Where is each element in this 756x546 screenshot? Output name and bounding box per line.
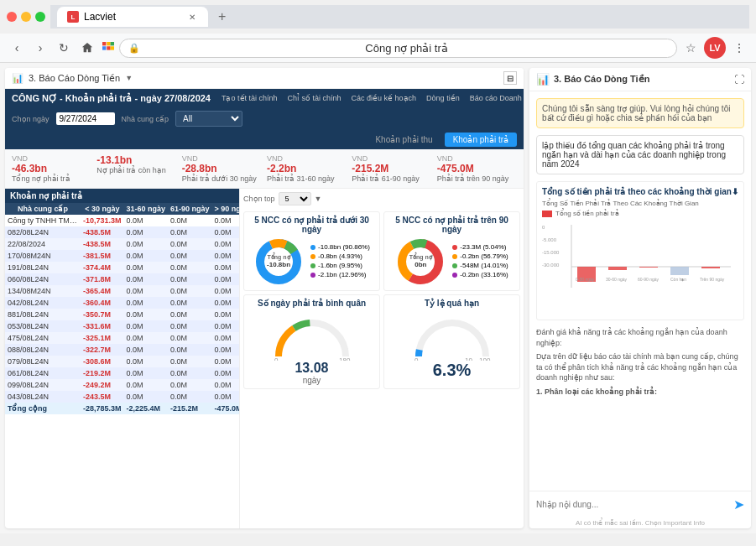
tab-close-button[interactable]: ✕ xyxy=(186,11,198,23)
cell-60: 0.0M xyxy=(124,309,169,320)
chart-avg-days: Số ngày phải trả bình quân 0 180 13.08 n… xyxy=(243,294,380,389)
cell-name: 088/08L24N xyxy=(5,344,81,356)
nav-item-1[interactable]: Tạo tết tài chính xyxy=(217,92,282,104)
avg-days-title: Số ngày phải trả bình quân xyxy=(248,299,376,308)
cell-90: 0.0M xyxy=(168,332,212,344)
bookmark-button[interactable]: ☆ xyxy=(680,38,701,58)
address-text: Công nợ phải trả xyxy=(145,42,668,55)
kpi-2-currency: VND xyxy=(182,154,262,163)
tab-title: Lacviet xyxy=(84,11,116,23)
kpi-90-ngay: VND -215.2M Phải trả 61-90 ngày xyxy=(352,154,431,183)
debt-table: Nhà cung cấp < 30 ngày 31-60 ngày 61-90 … xyxy=(5,203,239,414)
cell-90: 0.0M xyxy=(168,226,212,238)
top-select[interactable]: 510 xyxy=(279,192,311,205)
dropdown-arrow: ▼ xyxy=(315,195,322,203)
nav-item-5[interactable]: Báo cáo Doanh thu xyxy=(466,92,524,104)
svg-text:-15.000: -15.000 xyxy=(542,250,560,255)
cell-60: 0.0M xyxy=(124,297,169,309)
sidebar-expand-button[interactable]: ⛶ xyxy=(734,74,744,86)
cell-30: -360.4M xyxy=(81,297,124,309)
sidebar-title-row: 📊 3. Báo Cáo Dòng Tiền xyxy=(536,73,649,86)
tab-bar: L Lacviet ✕ + xyxy=(50,5,749,29)
right-chart-title: Tổng số tiền phải trả theo các khoảng th… xyxy=(542,187,738,196)
cell-name: 475/08L24N xyxy=(5,332,81,344)
apps-icon[interactable] xyxy=(101,40,116,55)
tab-phai-thu[interactable]: Khoản phải thu xyxy=(367,133,441,147)
sidebar-input-row: ➤ xyxy=(529,491,751,517)
cell-60: 0.0M xyxy=(124,215,169,226)
minimize-button[interactable] xyxy=(21,12,31,22)
analysis-section: Đánh giá khả năng trả các khoảng ngắn hạ… xyxy=(536,327,744,398)
debt-table-section: Khoản nợ phải trả Nhà cung cấp < 30 ngày… xyxy=(5,189,240,528)
kpi-3-label: Phải trả 31-60 ngày xyxy=(267,174,347,183)
send-button[interactable]: ➤ xyxy=(733,497,744,512)
supplier-select[interactable]: All xyxy=(175,111,242,127)
profile-button[interactable]: LV xyxy=(704,37,726,59)
cell-60: 0.0M xyxy=(124,391,169,403)
kpi-4-currency: VND xyxy=(352,154,431,163)
window-controls xyxy=(7,12,45,22)
cell-90: 0.0M xyxy=(168,320,212,332)
cell-over90: 0.0M xyxy=(212,344,239,356)
cell-30: -322.7M xyxy=(81,344,124,356)
cell-90: 0.0M xyxy=(168,379,212,391)
cell-over90: 0.0M xyxy=(212,391,239,403)
refresh-button[interactable]: ↻ xyxy=(54,38,74,58)
svg-text:100: 100 xyxy=(479,356,491,361)
cell-over90: 0.0M xyxy=(212,215,239,226)
table-total-row: Tổng cộng -28,785.3M -2,225.4M -215.2M -… xyxy=(5,403,239,414)
new-tab-button[interactable]: + xyxy=(211,5,232,29)
dropdown-arrow-icon[interactable]: ▼ xyxy=(125,74,133,82)
svg-rect-5 xyxy=(111,46,114,49)
cell-30: -243.5M xyxy=(81,391,124,403)
right-chart-title-text: Tổng số tiền phải trả theo các khoảng th… xyxy=(542,187,732,196)
cell-over90: 0.0M xyxy=(212,379,239,391)
donut-30-legend: -10.8bn (90.86%) -0.8bn (4.93%) -1.6bn (… xyxy=(310,243,370,280)
close-button[interactable] xyxy=(7,12,17,22)
page-content: 📊 3. Báo Cáo Dòng Tiền ▼ ⊟ CÔNG NỢ - Kho… xyxy=(0,63,756,533)
tab-phai-tra[interactable]: Khoản phải trả xyxy=(445,133,517,147)
table-row: 082/08L24N -438.5M 0.0M 0.0M 0.0M 0.0M xyxy=(5,226,239,238)
sidebar-input[interactable] xyxy=(536,500,728,509)
table-row: 191/08L24N -374.4M 0.0M 0.0M 0.0M 0.0M xyxy=(5,262,239,273)
cell-name: 082/08L24N xyxy=(5,226,81,238)
cell-30: -365.4M xyxy=(81,285,124,297)
total-30: -28,785.3M xyxy=(81,403,124,414)
donut-30: Tổng nợ -10.8bn xyxy=(253,237,304,287)
kpi-60-ngay: VND -2.2bn Phải trả 31-60 ngày xyxy=(267,154,347,183)
browser-tab[interactable]: L Lacviet ✕ xyxy=(57,7,208,27)
cell-name: 170/08M24N xyxy=(5,250,81,262)
date-input[interactable] xyxy=(56,112,115,125)
cell-30: -331.6M xyxy=(81,320,124,332)
maximize-button[interactable] xyxy=(35,12,45,22)
kpi-tren-90: VND -475.0M Phải trả trên 90 ngày xyxy=(437,154,517,183)
chart-overdue: Tỷ lệ quá hạn 0 10 100 6.3% xyxy=(383,294,520,389)
donut-30-container: Tổng nợ -10.8bn -10.8bn (90.86%) -0.8bn … xyxy=(248,237,376,287)
download-icon[interactable]: ⬇ xyxy=(732,187,738,196)
kpi-30-ngay: VND -28.8bn Phải trả dưới 30 ngày xyxy=(182,154,262,183)
cell-30: -381.5M xyxy=(81,250,124,262)
nav-item-4[interactable]: Dòng tiền xyxy=(422,92,464,104)
home-button[interactable] xyxy=(77,38,97,58)
cell-name: 043/08L24N xyxy=(5,391,81,403)
forward-button[interactable]: › xyxy=(30,38,50,58)
expand-button[interactable]: ⊟ xyxy=(503,71,517,85)
menu-button[interactable]: ⋮ xyxy=(729,38,749,58)
kpi-row: VND -46.3bn Tổng nợ phải trả -13.1bn Nợ … xyxy=(5,149,524,189)
chart-ncc-90-title: 5 NCC có nợ phải trả trên 90 ngày xyxy=(388,216,516,234)
svg-text:0: 0 xyxy=(542,225,545,230)
table-wrapper[interactable]: Nhà cung cấp < 30 ngày 31-60 ngày 61-90 … xyxy=(5,203,239,528)
kpi-3-value: -2.2bn xyxy=(267,163,347,174)
back-button[interactable]: ‹ xyxy=(7,38,27,58)
kpi-3-currency: VND xyxy=(267,154,347,163)
table-row: 134/08M24N -365.4M 0.0M 0.0M 0.0M 0.0M xyxy=(5,285,239,297)
chart-ncc-30: 5 NCC có nợ phải trả dưới 30 ngày xyxy=(243,211,380,291)
right-sidebar: 📊 3. Báo Cáo Dòng Tiền ⛶ Chúng tôi sẵn s… xyxy=(529,68,751,528)
svg-rect-0 xyxy=(102,42,106,45)
nav-item-3[interactable]: Các điều kế hoạch xyxy=(347,92,421,104)
address-bar[interactable]: 🔒 Công nợ phải trả xyxy=(119,39,677,58)
report-dropdown[interactable]: 3. Báo Cáo Dòng Tiền xyxy=(29,73,120,84)
cell-60: 0.0M xyxy=(124,320,169,332)
cell-name: 191/08L24N xyxy=(5,262,81,273)
nav-item-2[interactable]: Chỉ số tài chính xyxy=(284,92,346,104)
